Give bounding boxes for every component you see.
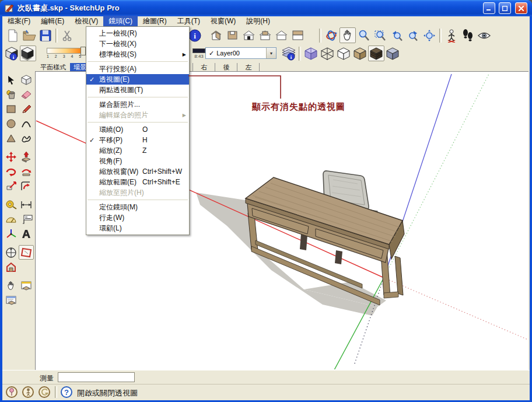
tab-right[interactable]: 右 [192, 63, 215, 71]
layer-combo[interactable]: ✓ Layer00 ▼ [205, 47, 276, 59]
menu-item-match-new-photo[interactable]: 媒合新照片... [86, 99, 189, 110]
menu-item-two-point-perspective[interactable]: 兩點透視圖(T) [86, 85, 189, 95]
menu-item-orbit[interactable]: 環繞(O)O [86, 124, 189, 135]
previous-view-icon[interactable] [388, 27, 405, 43]
section-plane-tool[interactable] [4, 245, 19, 260]
dimension-tool[interactable] [19, 197, 34, 212]
polygon-tool[interactable] [4, 131, 19, 145]
axes-tool[interactable] [4, 226, 19, 241]
right-view-icon[interactable] [257, 27, 273, 43]
menu-item-look-around[interactable]: 環顧(L) [86, 223, 189, 233]
credit-status-icon[interactable] [22, 386, 34, 398]
scale-tool[interactable] [4, 179, 19, 193]
menu-file[interactable]: 檔案(F) [2, 16, 36, 27]
menu-item-field-of-view[interactable]: 視角(F) [86, 156, 189, 166]
push-pull-tool[interactable] [19, 149, 34, 164]
zoom-icon[interactable] [356, 27, 372, 43]
position-camera-icon[interactable] [443, 27, 460, 43]
menu-item-pan[interactable]: 平移(P)H [86, 135, 189, 145]
front-view-icon[interactable] [240, 27, 257, 43]
shaded-with-textures-icon[interactable] [368, 46, 384, 61]
make-component-tool[interactable] [19, 72, 34, 87]
menu-window[interactable]: 視窗(W) [205, 16, 241, 27]
protractor-tool[interactable] [4, 212, 19, 226]
select-tool[interactable] [4, 72, 19, 87]
tab-left[interactable]: 左 [237, 63, 260, 71]
close-button[interactable] [515, 2, 527, 14]
display-section-planes-tool[interactable] [19, 245, 34, 260]
circle-tool[interactable] [4, 116, 19, 131]
walk-icon[interactable] [460, 27, 476, 43]
menu-item-zoom-window[interactable]: 縮放視窗(W)Ctrl+Shift+W [86, 166, 189, 177]
tape-measure-tool[interactable] [4, 197, 19, 212]
menu-item-next-view[interactable]: 下一檢視(X) [86, 39, 189, 49]
display-section-cuts-tool[interactable] [4, 260, 19, 274]
rectangle-tool[interactable] [4, 102, 19, 116]
menu-camera[interactable]: 鏡頭(C) [103, 16, 138, 27]
move-tool[interactable] [4, 149, 19, 164]
measurement-input[interactable] [58, 372, 135, 382]
paint-bucket-tool[interactable] [4, 87, 19, 102]
shadow-date-slider[interactable]: 1 2 3 4 5 6 [47, 48, 89, 58]
tab-back[interactable]: 後 [215, 63, 237, 71]
maximize-button[interactable] [499, 2, 511, 14]
pan-icon[interactable] [340, 27, 356, 43]
next-view-icon[interactable] [405, 27, 421, 43]
orbit-icon[interactable] [323, 27, 340, 43]
menu-item-zoom-extents[interactable]: 縮放範圍(E)Ctrl+Shift+E [86, 177, 189, 187]
follow-me-tool[interactable] [19, 164, 34, 179]
minimize-button[interactable] [483, 2, 495, 14]
date-slider-handle[interactable] [80, 47, 86, 55]
hidden-line-icon[interactable] [335, 46, 352, 61]
line-tool[interactable] [19, 102, 34, 116]
menu-help[interactable]: 說明(H) [241, 16, 275, 27]
interact-tool[interactable] [4, 278, 19, 293]
3d-text-tool[interactable] [19, 226, 34, 241]
chevron-down-icon[interactable]: ▼ [266, 48, 276, 58]
shaded-icon[interactable] [352, 46, 368, 61]
component-attributes-tool[interactable] [4, 293, 19, 307]
menu-item-perspective[interactable]: 透視圖(E) [86, 74, 189, 85]
top-view-icon[interactable] [224, 27, 240, 43]
shadow-time-slider[interactable]: 8:43 [192, 48, 205, 59]
menu-item-standard-views[interactable]: 標準檢視(S) [86, 49, 189, 60]
iso-view-icon[interactable] [208, 27, 224, 43]
time-slider-handle[interactable] [192, 48, 205, 53]
new-document-icon[interactable] [5, 27, 21, 43]
rotate-tool[interactable] [4, 164, 19, 179]
signin-status-icon[interactable] [38, 386, 50, 398]
left-view-icon[interactable] [289, 27, 306, 43]
menu-edit[interactable]: 編輯(E) [36, 16, 69, 27]
layer-manager-icon[interactable]: i [281, 46, 297, 61]
menu-tools[interactable]: 工具(T) [172, 16, 205, 27]
tab-plan-style[interactable]: 平面樣式 [37, 63, 69, 71]
menu-draw[interactable]: 繪圖(R) [138, 16, 172, 27]
eraser-tool[interactable] [19, 87, 34, 102]
component-options-tool[interactable] [19, 278, 34, 293]
arc-tool[interactable] [19, 116, 34, 131]
xray-icon[interactable] [303, 46, 319, 61]
menu-view[interactable]: 檢視(V) [69, 16, 103, 27]
back-view-icon[interactable] [273, 27, 289, 43]
menu-item-previous-view[interactable]: 上一檢視(R) [86, 28, 189, 39]
offset-tool[interactable] [19, 179, 34, 193]
help-icon[interactable]: ? [61, 386, 72, 398]
monochrome-icon[interactable] [384, 46, 401, 61]
cut-icon[interactable] [60, 27, 76, 43]
freehand-tool[interactable] [19, 131, 34, 145]
text-tool[interactable] [19, 212, 34, 226]
zoom-extents-icon[interactable] [421, 27, 438, 43]
menu-item-zoom[interactable]: 縮放(Z)Z [86, 145, 189, 156]
save-icon[interactable] [37, 27, 54, 43]
menu-item-walk[interactable]: 行走(W) [86, 212, 189, 223]
wireframe-icon[interactable] [319, 46, 335, 61]
toolbar-standard-row: i [2, 26, 530, 45]
toggle-shadows-icon[interactable] [20, 46, 36, 61]
open-icon[interactable] [21, 27, 37, 43]
geolocation-status-icon[interactable] [6, 386, 18, 398]
menu-item-position-camera[interactable]: 定位鏡頭(M) [86, 202, 189, 212]
zoom-window-icon[interactable] [372, 27, 388, 43]
look-around-icon[interactable] [476, 27, 492, 43]
menu-item-parallel-projection[interactable]: 平行投影(A) [86, 64, 189, 74]
shadow-settings-icon[interactable]: i [4, 46, 20, 61]
